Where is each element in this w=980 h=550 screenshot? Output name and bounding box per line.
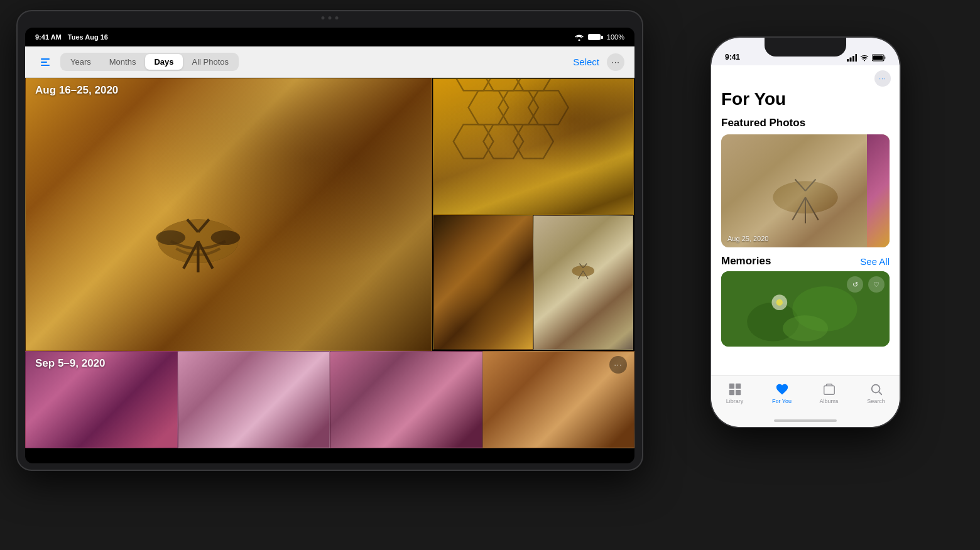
- library-tab-label: Library: [726, 398, 744, 404]
- svg-line-51: [879, 392, 881, 394]
- bee-silhouette-main: [107, 186, 290, 296]
- iphone-app-content: ··· For You Featured Photos Aug 25, 2020: [711, 65, 900, 396]
- photo-bee-cluster[interactable]: [433, 215, 533, 350]
- ipad-battery-pct: 100%: [607, 33, 624, 41]
- scroll-progress: [295, 450, 364, 452]
- svg-rect-26: [852, 56, 854, 62]
- tab-days[interactable]: Days: [145, 54, 182, 70]
- bottom-right-row: [433, 215, 634, 351]
- sep-photo-grid: [25, 351, 634, 448]
- wifi-icon-iphone: [860, 55, 869, 62]
- section-sep-label: Sep 5–9, 2020: [35, 357, 106, 370]
- honeycomb-pattern: [433, 79, 633, 214]
- svg-marker-12: [469, 90, 509, 124]
- iphone-home-indicator: [774, 419, 837, 422]
- photo-section-aug: Aug 16–25, 2020: [25, 78, 634, 351]
- svg-rect-24: [847, 59, 849, 62]
- svg-rect-49: [824, 386, 834, 395]
- tab-library[interactable]: Library: [717, 382, 752, 404]
- featured-bee-photo: [721, 134, 890, 247]
- battery-icon: [588, 34, 603, 40]
- ipad-screen: 9:41 AM Tues Aug 16 100%: [25, 28, 634, 463]
- memory-card-1[interactable]: ↺ ♡: [721, 271, 890, 347]
- tab-months[interactable]: Months: [101, 54, 145, 70]
- tab-search[interactable]: Search: [859, 382, 893, 404]
- iphone-page-title: For You: [711, 89, 900, 114]
- view-tab-group: Years Months Days All Photos: [60, 53, 239, 71]
- svg-rect-25: [850, 58, 852, 62]
- ipad-status-bar: 9:41 AM Tues Aug 16 100%: [25, 28, 634, 46]
- aug-photo-grid: [25, 78, 634, 351]
- memory-share-button[interactable]: ↺: [847, 276, 863, 293]
- memory-like-button[interactable]: ♡: [868, 276, 885, 293]
- search-tab-label: Search: [867, 398, 885, 404]
- ipad-time: 9:41 AM: [35, 33, 62, 41]
- albums-tab-label: Albums: [819, 398, 838, 404]
- svg-rect-48: [735, 390, 740, 395]
- svg-rect-30: [873, 56, 883, 60]
- ipad-status-right: 100%: [574, 33, 624, 41]
- memories-section-header: Memories See All: [711, 247, 900, 271]
- svg-rect-46: [735, 384, 740, 389]
- photo-bee-single[interactable]: [533, 215, 633, 350]
- sidebar-toggle-icon: [41, 58, 50, 66]
- tab-albums[interactable]: Albums: [812, 382, 846, 404]
- more-options-button[interactable]: ···: [607, 53, 624, 71]
- see-all-button[interactable]: See All: [860, 256, 890, 267]
- svg-rect-27: [856, 54, 858, 62]
- ipad-toolbar-left: Years Months Days All Photos: [35, 53, 239, 71]
- for-you-tab-label: For You: [772, 398, 792, 404]
- iphone-time: 9:41: [725, 53, 740, 62]
- svg-rect-45: [729, 384, 734, 389]
- wifi-icon: [574, 33, 584, 41]
- for-you-tab-icon: [775, 382, 789, 396]
- featured-photo-date: Aug 25, 2020: [727, 235, 768, 242]
- albums-tab-icon: [822, 382, 836, 396]
- battery-icon-iphone: [872, 54, 886, 62]
- iphone-screen: 9:41: [711, 38, 900, 427]
- ipad-home-indicator: [292, 457, 368, 460]
- photo-honeycomb[interactable]: [433, 78, 634, 215]
- ipad-camera-dots: [322, 16, 339, 19]
- svg-marker-17: [513, 124, 553, 158]
- svg-marker-14: [528, 90, 569, 124]
- photo-bee-main[interactable]: [25, 78, 432, 351]
- tab-all-photos[interactable]: All Photos: [183, 54, 238, 70]
- svg-marker-16: [484, 124, 524, 158]
- search-tab-icon: [869, 382, 883, 396]
- iphone-notch: [765, 38, 846, 57]
- bee-single-detail: [558, 256, 608, 286]
- svg-point-42: [783, 315, 828, 341]
- svg-marker-13: [498, 90, 538, 124]
- library-tab-icon: [728, 382, 742, 396]
- svg-point-44: [776, 299, 783, 306]
- featured-photos-heading: Featured Photos: [711, 114, 900, 134]
- ipad-toolbar-right: Select ···: [573, 53, 624, 71]
- ipad-device: 9:41 AM Tues Aug 16 100%: [18, 11, 642, 470]
- svg-rect-29: [885, 57, 886, 59]
- iphone-app-header: ···: [711, 65, 900, 89]
- svg-marker-15: [454, 124, 494, 158]
- photo-section-sep: Sep 5–9, 2020 ···: [25, 351, 634, 448]
- sidebar-toggle-button[interactable]: [35, 54, 55, 70]
- ipad-photo-content[interactable]: Aug 16–25, 2020: [25, 78, 634, 463]
- photo-flower-3[interactable]: [330, 351, 482, 448]
- iphone-more-button[interactable]: ···: [874, 70, 891, 87]
- scroll-indicator: [261, 450, 399, 452]
- featured-photo-card[interactable]: Aug 25, 2020: [721, 134, 890, 247]
- section-sep-more-btn[interactable]: ···: [609, 356, 627, 374]
- ipad-toolbar: Years Months Days All Photos Select ···: [25, 46, 634, 78]
- section-aug-label: Aug 16–25, 2020: [35, 84, 118, 97]
- featured-photo-strip-preview: [867, 134, 890, 247]
- photo-flower-2[interactable]: [178, 351, 330, 448]
- memories-heading: Memories: [721, 255, 771, 267]
- ipad-date: Tues Aug 16: [68, 33, 108, 41]
- svg-rect-47: [729, 390, 734, 395]
- select-button[interactable]: Select: [573, 57, 599, 67]
- iphone-device: 9:41: [711, 38, 900, 427]
- iphone-status-icons: [847, 54, 886, 62]
- tab-years[interactable]: Years: [62, 54, 100, 70]
- memory-card-icons: ↺ ♡: [847, 276, 885, 293]
- tab-for-you[interactable]: For You: [765, 382, 799, 404]
- right-col: [432, 78, 634, 351]
